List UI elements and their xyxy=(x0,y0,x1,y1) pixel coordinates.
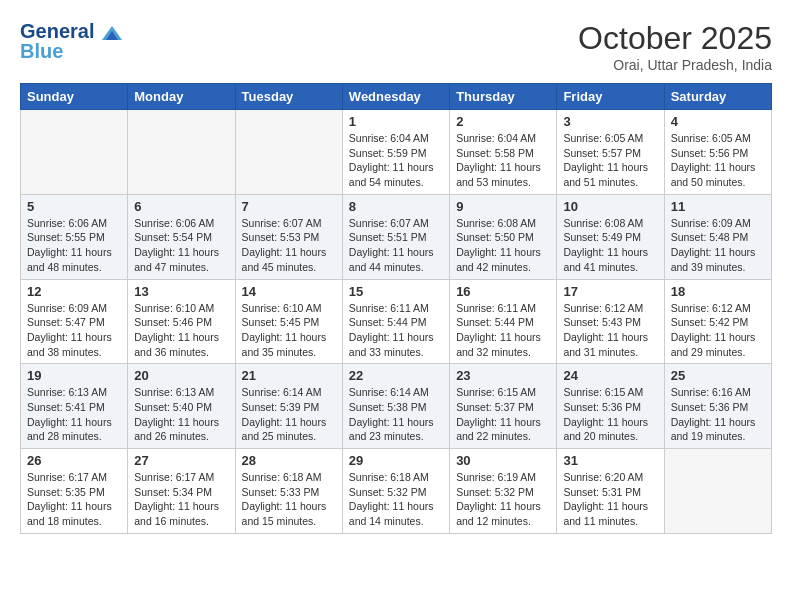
day-number: 17 xyxy=(563,284,657,299)
calendar-cell: 13Sunrise: 6:10 AMSunset: 5:46 PMDayligh… xyxy=(128,279,235,364)
calendar-cell: 29Sunrise: 6:18 AMSunset: 5:32 PMDayligh… xyxy=(342,449,449,534)
week-row-2: 5Sunrise: 6:06 AMSunset: 5:55 PMDaylight… xyxy=(21,194,772,279)
day-number: 24 xyxy=(563,368,657,383)
calendar: SundayMondayTuesdayWednesdayThursdayFrid… xyxy=(20,83,772,534)
day-number: 28 xyxy=(242,453,336,468)
calendar-cell: 3Sunrise: 6:05 AMSunset: 5:57 PMDaylight… xyxy=(557,110,664,195)
calendar-cell: 30Sunrise: 6:19 AMSunset: 5:32 PMDayligh… xyxy=(450,449,557,534)
day-number: 10 xyxy=(563,199,657,214)
day-info: Sunrise: 6:17 AMSunset: 5:34 PMDaylight:… xyxy=(134,470,228,529)
calendar-cell: 31Sunrise: 6:20 AMSunset: 5:31 PMDayligh… xyxy=(557,449,664,534)
day-info: Sunrise: 6:11 AMSunset: 5:44 PMDaylight:… xyxy=(349,301,443,360)
weekday-header-wednesday: Wednesday xyxy=(342,84,449,110)
calendar-cell: 6Sunrise: 6:06 AMSunset: 5:54 PMDaylight… xyxy=(128,194,235,279)
day-info: Sunrise: 6:14 AMSunset: 5:39 PMDaylight:… xyxy=(242,385,336,444)
day-info: Sunrise: 6:14 AMSunset: 5:38 PMDaylight:… xyxy=(349,385,443,444)
month-year: October 2025 xyxy=(578,20,772,57)
calendar-cell: 20Sunrise: 6:13 AMSunset: 5:40 PMDayligh… xyxy=(128,364,235,449)
week-row-3: 12Sunrise: 6:09 AMSunset: 5:47 PMDayligh… xyxy=(21,279,772,364)
day-info: Sunrise: 6:13 AMSunset: 5:40 PMDaylight:… xyxy=(134,385,228,444)
calendar-cell: 7Sunrise: 6:07 AMSunset: 5:53 PMDaylight… xyxy=(235,194,342,279)
day-number: 15 xyxy=(349,284,443,299)
day-number: 3 xyxy=(563,114,657,129)
calendar-cell: 12Sunrise: 6:09 AMSunset: 5:47 PMDayligh… xyxy=(21,279,128,364)
calendar-cell xyxy=(235,110,342,195)
day-number: 9 xyxy=(456,199,550,214)
day-info: Sunrise: 6:08 AMSunset: 5:49 PMDaylight:… xyxy=(563,216,657,275)
calendar-cell: 19Sunrise: 6:13 AMSunset: 5:41 PMDayligh… xyxy=(21,364,128,449)
page: General Blue October 2025 Orai, Uttar Pr… xyxy=(0,0,792,544)
calendar-cell: 23Sunrise: 6:15 AMSunset: 5:37 PMDayligh… xyxy=(450,364,557,449)
day-number: 8 xyxy=(349,199,443,214)
day-number: 14 xyxy=(242,284,336,299)
day-number: 25 xyxy=(671,368,765,383)
weekday-header-thursday: Thursday xyxy=(450,84,557,110)
calendar-cell: 15Sunrise: 6:11 AMSunset: 5:44 PMDayligh… xyxy=(342,279,449,364)
weekday-header-row: SundayMondayTuesdayWednesdayThursdayFrid… xyxy=(21,84,772,110)
calendar-cell: 16Sunrise: 6:11 AMSunset: 5:44 PMDayligh… xyxy=(450,279,557,364)
day-number: 18 xyxy=(671,284,765,299)
day-info: Sunrise: 6:06 AMSunset: 5:54 PMDaylight:… xyxy=(134,216,228,275)
calendar-cell xyxy=(21,110,128,195)
day-number: 21 xyxy=(242,368,336,383)
day-info: Sunrise: 6:05 AMSunset: 5:57 PMDaylight:… xyxy=(563,131,657,190)
calendar-cell: 22Sunrise: 6:14 AMSunset: 5:38 PMDayligh… xyxy=(342,364,449,449)
day-info: Sunrise: 6:18 AMSunset: 5:32 PMDaylight:… xyxy=(349,470,443,529)
day-number: 5 xyxy=(27,199,121,214)
day-number: 4 xyxy=(671,114,765,129)
day-info: Sunrise: 6:12 AMSunset: 5:42 PMDaylight:… xyxy=(671,301,765,360)
day-info: Sunrise: 6:20 AMSunset: 5:31 PMDaylight:… xyxy=(563,470,657,529)
day-number: 27 xyxy=(134,453,228,468)
header: General Blue October 2025 Orai, Uttar Pr… xyxy=(20,20,772,73)
day-info: Sunrise: 6:10 AMSunset: 5:46 PMDaylight:… xyxy=(134,301,228,360)
weekday-header-tuesday: Tuesday xyxy=(235,84,342,110)
day-info: Sunrise: 6:15 AMSunset: 5:37 PMDaylight:… xyxy=(456,385,550,444)
day-number: 22 xyxy=(349,368,443,383)
day-info: Sunrise: 6:19 AMSunset: 5:32 PMDaylight:… xyxy=(456,470,550,529)
day-info: Sunrise: 6:04 AMSunset: 5:59 PMDaylight:… xyxy=(349,131,443,190)
calendar-cell: 18Sunrise: 6:12 AMSunset: 5:42 PMDayligh… xyxy=(664,279,771,364)
calendar-cell: 25Sunrise: 6:16 AMSunset: 5:36 PMDayligh… xyxy=(664,364,771,449)
day-number: 19 xyxy=(27,368,121,383)
calendar-cell: 24Sunrise: 6:15 AMSunset: 5:36 PMDayligh… xyxy=(557,364,664,449)
day-info: Sunrise: 6:09 AMSunset: 5:47 PMDaylight:… xyxy=(27,301,121,360)
day-number: 20 xyxy=(134,368,228,383)
calendar-cell: 1Sunrise: 6:04 AMSunset: 5:59 PMDaylight… xyxy=(342,110,449,195)
day-info: Sunrise: 6:17 AMSunset: 5:35 PMDaylight:… xyxy=(27,470,121,529)
day-number: 16 xyxy=(456,284,550,299)
day-info: Sunrise: 6:18 AMSunset: 5:33 PMDaylight:… xyxy=(242,470,336,529)
calendar-cell: 5Sunrise: 6:06 AMSunset: 5:55 PMDaylight… xyxy=(21,194,128,279)
calendar-cell: 26Sunrise: 6:17 AMSunset: 5:35 PMDayligh… xyxy=(21,449,128,534)
location: Orai, Uttar Pradesh, India xyxy=(578,57,772,73)
day-info: Sunrise: 6:16 AMSunset: 5:36 PMDaylight:… xyxy=(671,385,765,444)
day-number: 13 xyxy=(134,284,228,299)
day-number: 2 xyxy=(456,114,550,129)
calendar-cell xyxy=(664,449,771,534)
day-number: 26 xyxy=(27,453,121,468)
title-block: October 2025 Orai, Uttar Pradesh, India xyxy=(578,20,772,73)
calendar-cell: 14Sunrise: 6:10 AMSunset: 5:45 PMDayligh… xyxy=(235,279,342,364)
calendar-cell: 28Sunrise: 6:18 AMSunset: 5:33 PMDayligh… xyxy=(235,449,342,534)
week-row-1: 1Sunrise: 6:04 AMSunset: 5:59 PMDaylight… xyxy=(21,110,772,195)
logo-icon xyxy=(102,26,122,40)
day-info: Sunrise: 6:11 AMSunset: 5:44 PMDaylight:… xyxy=(456,301,550,360)
day-info: Sunrise: 6:09 AMSunset: 5:48 PMDaylight:… xyxy=(671,216,765,275)
logo-general: General xyxy=(20,20,122,42)
day-info: Sunrise: 6:07 AMSunset: 5:51 PMDaylight:… xyxy=(349,216,443,275)
weekday-header-friday: Friday xyxy=(557,84,664,110)
day-number: 29 xyxy=(349,453,443,468)
day-info: Sunrise: 6:13 AMSunset: 5:41 PMDaylight:… xyxy=(27,385,121,444)
calendar-cell: 17Sunrise: 6:12 AMSunset: 5:43 PMDayligh… xyxy=(557,279,664,364)
day-number: 23 xyxy=(456,368,550,383)
calendar-cell: 2Sunrise: 6:04 AMSunset: 5:58 PMDaylight… xyxy=(450,110,557,195)
day-info: Sunrise: 6:05 AMSunset: 5:56 PMDaylight:… xyxy=(671,131,765,190)
calendar-cell xyxy=(128,110,235,195)
day-info: Sunrise: 6:06 AMSunset: 5:55 PMDaylight:… xyxy=(27,216,121,275)
day-number: 6 xyxy=(134,199,228,214)
day-info: Sunrise: 6:07 AMSunset: 5:53 PMDaylight:… xyxy=(242,216,336,275)
week-row-4: 19Sunrise: 6:13 AMSunset: 5:41 PMDayligh… xyxy=(21,364,772,449)
day-info: Sunrise: 6:10 AMSunset: 5:45 PMDaylight:… xyxy=(242,301,336,360)
calendar-cell: 21Sunrise: 6:14 AMSunset: 5:39 PMDayligh… xyxy=(235,364,342,449)
day-info: Sunrise: 6:04 AMSunset: 5:58 PMDaylight:… xyxy=(456,131,550,190)
day-number: 31 xyxy=(563,453,657,468)
